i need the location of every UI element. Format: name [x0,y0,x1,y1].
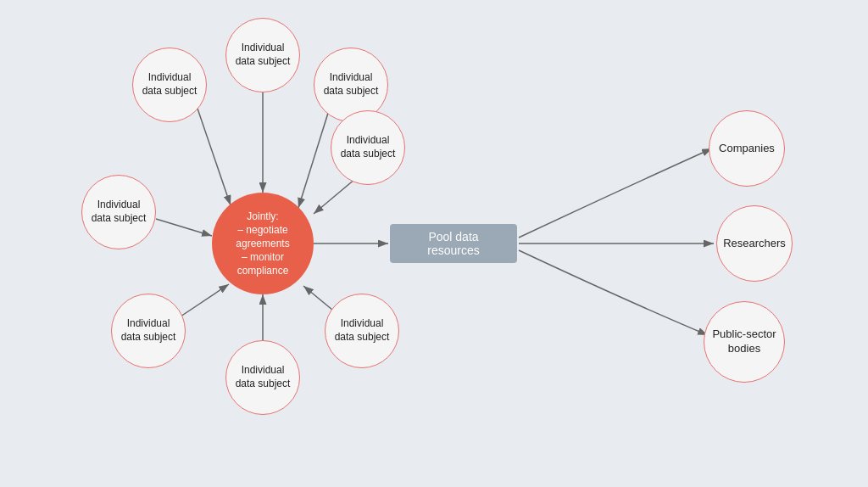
center-label: Jointly: – negotiate agreements – monito… [212,204,314,283]
companies-label: Companies [719,142,775,156]
public-sector-label: Public-sector bodies [712,327,776,356]
researchers-circle: Researchers [716,205,793,282]
public-sector-circle: Public-sector bodies [704,301,785,383]
svg-line-4 [156,219,212,236]
companies-circle: Companies [709,110,785,187]
individual-node-7: Individual data subject [325,294,399,368]
researchers-label: Researchers [723,237,786,251]
individual-node-5: Individual data subject [111,294,186,368]
individual-node-2: Individual data subject [225,18,300,92]
individual-node-4: Individual data subject [81,175,156,249]
pool-box-label: Pool data resources [405,230,502,257]
svg-line-1 [197,106,231,205]
svg-line-5 [178,284,229,318]
svg-line-3 [298,110,329,208]
individual-node-1: Individual data subject [132,48,207,122]
pool-box: Pool data resources [390,224,517,263]
individual-node-6: Individual data subject [225,340,300,415]
center-circle: Jointly: – negotiate agreements – monito… [212,193,314,294]
diagram: Jointly: – negotiate agreements – monito… [0,0,868,487]
individual-node-8: Individual data subject [331,110,405,185]
